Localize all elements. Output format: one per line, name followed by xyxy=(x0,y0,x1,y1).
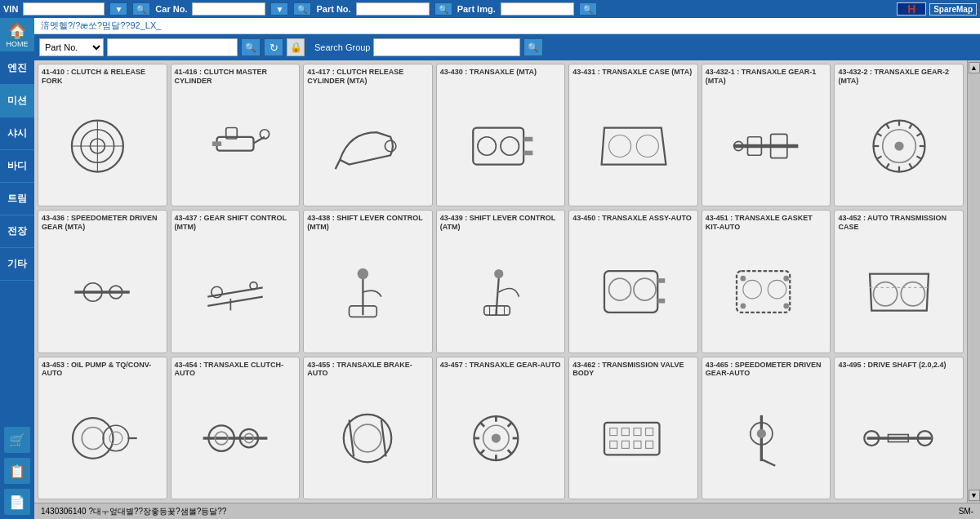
part-card-43-432-1[interactable]: 43-432-1 : TRANSAXLE GEAR-1 (MTA) xyxy=(702,64,831,206)
part-card-43-455[interactable]: 43-455 : TRANSAXLE BRAKE-AUTO xyxy=(303,357,433,499)
lock-button[interactable]: 🔒 xyxy=(287,38,305,56)
vin-arrow-btn[interactable]: ▼ xyxy=(109,2,127,16)
sparemap-logo: SpareMap xyxy=(929,3,977,16)
parts-grid: 41-410 : CLUTCH & RELEASE FORK 41-416 : … xyxy=(34,60,967,503)
svg-line-33 xyxy=(876,133,881,135)
part-image xyxy=(307,89,429,202)
sidebar-item-chassis[interactable]: 샤시 xyxy=(0,118,34,150)
sidebar-item-electrical[interactable]: 전장 xyxy=(0,215,34,248)
part-card-41-410[interactable]: 41-410 : CLUTCH & RELEASE FORK xyxy=(38,64,167,206)
part-image xyxy=(307,235,429,348)
sidebar-doc-btn[interactable]: 📄 xyxy=(3,488,31,516)
part-card-43-457[interactable]: 43-457 : TRANSAXLE GEAR-AUTO xyxy=(436,357,566,499)
partno-search-btn[interactable]: 🔍 xyxy=(434,2,452,16)
part-image xyxy=(175,89,296,202)
part-card-41-417[interactable]: 41-417 : CLUTCH RELEASE CYLINDER (MTA) xyxy=(303,64,433,206)
scrollbar[interactable]: ▲ ▼ xyxy=(967,60,980,503)
scroll-up-btn[interactable]: ▲ xyxy=(969,62,980,73)
svg-point-84 xyxy=(492,434,501,443)
svg-point-66 xyxy=(784,303,790,308)
part-card-43-439[interactable]: 43-439 : SHIFT LEVER CONTROL (ATM) xyxy=(436,210,566,353)
part-card-43-432-2[interactable]: 43-432-2 : TRANSAXLE GEAR-2 (MTA) xyxy=(834,64,964,206)
svg-point-17 xyxy=(608,135,630,157)
top-bar: VIN ▼ 🔍 Car No. ▼ 🔍 Part No. 🔍 Part Img.… xyxy=(0,0,980,18)
part-card-43-495[interactable]: 43-495 : DRIVE SHAFT (2.0,2.4) xyxy=(834,357,964,499)
part-card-43-465[interactable]: 43-465 : SPEEDOMETER DRIVEN GEAR-AUTO xyxy=(702,357,831,499)
search-type-dropdown[interactable]: Part No. Part Name xyxy=(39,38,104,56)
part-card-43-453[interactable]: 43-453 : OIL PUMP & TQ/CONV-AUTO xyxy=(38,357,167,499)
sidebar-home-btn[interactable]: 🏠 HOME xyxy=(0,18,34,52)
sidebar-item-trim[interactable]: 트림 xyxy=(0,183,34,215)
svg-line-86 xyxy=(508,450,512,455)
svg-line-11 xyxy=(336,160,341,169)
vin-label: VIN xyxy=(3,4,18,14)
svg-line-27 xyxy=(916,156,921,158)
part-card-43-430[interactable]: 43-430 : TRANSAXLE (MTA) xyxy=(436,64,566,206)
partimg-label: Part Img. xyxy=(457,4,496,14)
part-card-43-431[interactable]: 43-431 : TRANSAXLE CASE (MTA) xyxy=(568,64,698,206)
part-title: 41-417 : CLUTCH RELEASE CYLINDER (MTA) xyxy=(307,68,429,89)
search-group-button[interactable]: 🔍 xyxy=(523,38,543,56)
part-image xyxy=(42,382,163,495)
part-card-43-454[interactable]: 43-454 : TRANSAXLE CLUTCH-AUTO xyxy=(171,357,301,499)
sidebar-item-engine[interactable]: 엔진 xyxy=(0,52,34,85)
svg-rect-98 xyxy=(609,441,617,449)
sidebar-item-mission[interactable]: 미션 xyxy=(0,85,34,118)
part-image xyxy=(838,89,960,202)
part-title: 43-454 : TRANSAXLE CLUTCH-AUTO xyxy=(175,361,296,382)
partimg-input[interactable] xyxy=(501,2,574,16)
svg-rect-93 xyxy=(604,423,660,455)
refresh-button[interactable]: ↻ xyxy=(264,38,283,56)
search-button[interactable]: 🔍 xyxy=(241,38,261,56)
scroll-down-btn[interactable]: ▼ xyxy=(969,490,980,501)
part-image xyxy=(42,235,163,348)
part-card-43-436[interactable]: 43-436 : SPEEDOMETER DRIVEN GEAR (MTA) xyxy=(38,210,167,353)
svg-line-34 xyxy=(886,123,889,128)
carno-arrow-btn[interactable]: ▼ xyxy=(270,2,288,16)
svg-point-47 xyxy=(358,268,369,280)
part-image xyxy=(175,382,296,495)
part-card-43-462[interactable]: 43-462 : TRANSMISSION VALVE BODY xyxy=(568,357,698,499)
part-image xyxy=(706,235,827,348)
part-card-41-416[interactable]: 41-416 : CLUTCH MASTER CYLINDER xyxy=(171,64,301,206)
sidebar-bottom: 🛒 📋 📄 xyxy=(0,426,34,519)
part-title: 43-465 : SPEEDOMETER DRIVEN GEAR-AUTO xyxy=(706,361,827,382)
part-image xyxy=(175,235,296,348)
svg-point-18 xyxy=(636,135,658,157)
main-layout: 🏠 HOME 엔진 미션 샤시 바디 트림 전장 기타 🛒 📋 📄 涪멧헬?/?… xyxy=(0,18,980,519)
svg-point-25 xyxy=(894,141,903,150)
carno-input[interactable] xyxy=(192,2,265,16)
part-card-43-452[interactable]: 43-452 : AUTO TRANSMISSION CASE xyxy=(834,210,964,353)
svg-line-37 xyxy=(916,133,921,135)
sidebar-item-other[interactable]: 기타 xyxy=(0,248,34,281)
part-image xyxy=(440,235,562,348)
vin-search-btn[interactable]: 🔍 xyxy=(132,2,150,16)
sidebar-list-btn[interactable]: 📋 xyxy=(3,457,31,485)
partno-input[interactable] xyxy=(356,2,430,16)
search-group-label: Search Group xyxy=(314,42,370,52)
search-bar: Part No. Part Name 🔍 ↻ 🔒 Search Group 🔍 xyxy=(34,34,980,60)
svg-rect-100 xyxy=(634,441,641,449)
part-card-43-451[interactable]: 43-451 : TRANSAXLE GASKET KIT-AUTO xyxy=(702,210,831,353)
part-card-43-450[interactable]: 43-450 : TRANSAXLE ASSY-AUTO xyxy=(568,210,698,353)
sidebar-cart-btn[interactable]: 🛒 xyxy=(3,426,31,454)
vin-input[interactable] xyxy=(23,2,105,16)
status-bar: 1430306140 ?대ㅜ엎대별??장좋등꽃?샘볼?등달?? SM- xyxy=(34,503,980,519)
part-card-43-437[interactable]: 43-437 : GEAR SHIFT CONTROL (MTM) xyxy=(171,210,301,353)
svg-line-31 xyxy=(876,156,881,158)
svg-point-62 xyxy=(768,280,786,299)
carno-search-btn[interactable]: 🔍 xyxy=(293,2,311,16)
svg-rect-94 xyxy=(609,428,617,436)
search-input[interactable] xyxy=(107,38,238,56)
part-title: 43-432-2 : TRANSAXLE GEAR-2 (MTA) xyxy=(838,68,960,89)
part-card-43-438[interactable]: 43-438 : SHIFT LEVER CONTROL (MTM) xyxy=(303,210,433,353)
svg-rect-58 xyxy=(657,278,665,283)
partimg-search-btn[interactable]: 🔍 xyxy=(579,2,597,16)
sidebar-item-body[interactable]: 바디 xyxy=(0,150,34,183)
svg-point-72 xyxy=(103,426,129,452)
hyundai-logo: H xyxy=(897,2,926,16)
content-area: 涪멧헬?/?æ쏘?멈달??92_LX_ Part No. Part Name 🔍… xyxy=(34,18,980,519)
svg-point-81 xyxy=(354,424,382,452)
part-title: 43-437 : GEAR SHIFT CONTROL (MTM) xyxy=(175,214,296,235)
search-group-input[interactable] xyxy=(373,38,520,56)
